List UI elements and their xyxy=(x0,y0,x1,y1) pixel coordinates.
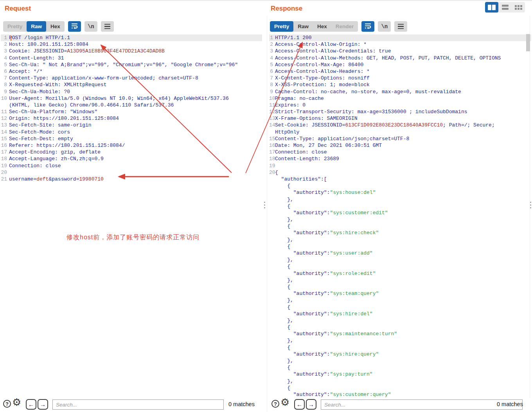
line-number: 16 xyxy=(269,142,275,149)
line-number xyxy=(269,351,275,358)
search-input[interactable] xyxy=(321,399,523,410)
wrap-lines-button[interactable] xyxy=(68,21,81,32)
search-prev-button[interactable]: ← xyxy=(294,399,305,410)
response-scrollbar[interactable] xyxy=(526,34,530,51)
code-line: 20 xyxy=(1,169,262,176)
code-line: { xyxy=(269,183,531,189)
panel-resize-handle[interactable] xyxy=(264,202,265,208)
code-line: 7X-Content-Type-Options: nosniff xyxy=(269,75,531,81)
line-number: 17 xyxy=(1,149,9,155)
wrap-lines-icon xyxy=(71,23,78,30)
code-line: 16Date: Mon, 27 Dec 2021 06:30:51 GMT xyxy=(269,142,531,149)
inspector-collapse-handle[interactable] xyxy=(530,202,531,208)
code-line: 13Sec-Fetch-Site: same-origin xyxy=(1,122,262,128)
code-line: { xyxy=(269,263,531,270)
panel-divider[interactable] xyxy=(267,16,267,412)
settings-gear-icon[interactable]: ⚙ xyxy=(12,396,21,408)
code-line: "authority":"sys:hire:del" xyxy=(269,311,531,317)
code-line: { xyxy=(269,203,531,210)
code-line: }, xyxy=(269,196,531,203)
columns-layout-icon xyxy=(492,5,496,10)
line-number: 11 xyxy=(1,108,9,115)
line-number: 5 xyxy=(1,61,9,68)
search-next-button[interactable]: → xyxy=(38,399,48,410)
show-newlines-button[interactable]: \n xyxy=(378,21,391,32)
request-statusbar: ? ⚙ ← → 0 matches xyxy=(0,398,263,412)
response-editor[interactable]: 1HTTP/1.1 2002Access-Control-Allow-Origi… xyxy=(269,34,531,398)
code-line: 5Access-Control-Max-Age: 86400 xyxy=(269,61,531,68)
line-number: 17 xyxy=(269,149,275,155)
layout-tabs-button[interactable] xyxy=(512,2,525,13)
grid-layout-icon xyxy=(515,5,522,10)
layout-columns-button[interactable] xyxy=(485,2,498,13)
code-line: "authority":"sys:role:edit" xyxy=(269,270,531,277)
line-number xyxy=(269,378,275,385)
code-line: 15Content-Type: application/json;charset… xyxy=(269,136,531,142)
code-line: { xyxy=(269,243,531,250)
help-icon[interactable]: ? xyxy=(271,400,279,408)
editor-menu-button[interactable] xyxy=(394,21,407,32)
show-newlines-button[interactable]: \n xyxy=(84,21,97,32)
code-line: }, xyxy=(269,378,531,385)
newline-icon: \n xyxy=(88,23,94,30)
request-editor[interactable]: 1POST /login HTTP/1.12Host: 180.201.151.… xyxy=(1,34,262,187)
line-number: 2 xyxy=(1,41,9,48)
line-number xyxy=(269,317,275,324)
help-icon[interactable]: ? xyxy=(3,400,11,408)
tab-raw[interactable]: Raw xyxy=(293,21,313,32)
wrap-lines-button[interactable] xyxy=(361,21,374,32)
line-number: 1 xyxy=(1,34,9,41)
line-number: 18 xyxy=(1,155,9,162)
line-number: 11 xyxy=(269,102,275,108)
tab-pretty[interactable]: Pretty xyxy=(270,21,293,32)
tab-hex[interactable]: Hex xyxy=(46,21,65,32)
code-line: "authority":"sys:customer:query" xyxy=(269,391,531,398)
search-next-button[interactable]: → xyxy=(306,399,316,410)
line-number xyxy=(269,196,275,203)
line-number xyxy=(269,284,275,290)
line-number xyxy=(269,263,275,270)
line-number xyxy=(269,129,275,136)
code-line: HttpOnly xyxy=(269,129,531,136)
code-line: 13X-Frame-Options: SAMEORIGIN xyxy=(269,115,531,122)
line-number xyxy=(1,102,9,108)
line-number xyxy=(269,391,275,398)
search-prev-button[interactable]: ← xyxy=(26,399,36,410)
tab-raw[interactable]: Raw xyxy=(27,21,46,32)
line-number: 20 xyxy=(1,169,9,176)
line-number xyxy=(269,290,275,297)
code-line: 11Expires: 0 xyxy=(269,102,531,108)
code-line: 21username=deft&password=19980710 xyxy=(1,176,262,183)
response-view-tabs: Pretty Raw Hex Render xyxy=(270,21,358,32)
search-input[interactable] xyxy=(52,399,224,410)
line-number xyxy=(269,297,275,304)
line-number xyxy=(269,304,275,311)
line-number xyxy=(269,270,275,277)
line-number xyxy=(269,331,275,337)
line-number: 9 xyxy=(269,89,275,95)
editor-menu-button[interactable] xyxy=(101,21,114,32)
line-number: 3 xyxy=(269,48,275,54)
line-number xyxy=(269,183,275,189)
code-line: 17Accept-Encoding: gzip, deflate xyxy=(1,149,262,155)
settings-gear-icon[interactable]: ⚙ xyxy=(280,396,289,408)
line-number xyxy=(269,257,275,263)
code-line: }, xyxy=(269,297,531,304)
response-statusbar: ? ⚙ ← → 0 matches xyxy=(268,398,532,412)
code-line: }, xyxy=(269,257,531,263)
line-number xyxy=(269,358,275,364)
code-line: 8X-Requested-With: XMLHttpRequest xyxy=(1,81,262,88)
line-number: 14 xyxy=(269,122,275,128)
wrap-lines-icon xyxy=(364,23,372,30)
line-number: 10 xyxy=(269,95,275,102)
tab-hex[interactable]: Hex xyxy=(313,21,331,32)
line-number xyxy=(269,223,275,229)
tab-render[interactable]: Render xyxy=(331,21,358,32)
line-number: 8 xyxy=(1,81,9,88)
layout-rows-button[interactable] xyxy=(498,2,512,13)
line-number xyxy=(269,237,275,243)
line-number: 7 xyxy=(1,75,9,81)
line-number: 13 xyxy=(1,122,9,128)
code-line: 2Host: 180.201.151.125:8084 xyxy=(1,41,262,48)
tab-pretty[interactable]: Pretty xyxy=(3,21,27,32)
